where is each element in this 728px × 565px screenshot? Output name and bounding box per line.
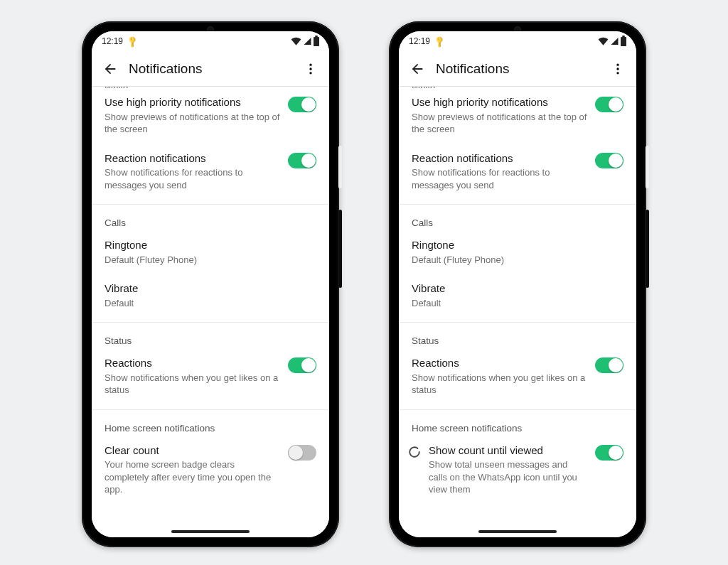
setting-title: Reactions [412,356,588,370]
setting-high-priority[interactable]: Use high priority notifications Show pre… [399,88,636,144]
settings-list[interactable]: White Use high priority notifications Sh… [399,87,636,537]
page-title: Notifications [129,61,296,77]
phone-frame: 12:19 🔑 Notifications White Use high [389,21,646,547]
setting-title: Vibrate [412,281,623,296]
setting-subtitle: Show notifications when you get likes on… [412,372,588,397]
section-header-home: Home screen notifications [399,411,636,436]
status-bar: 12:19 🔑 [399,31,636,51]
more-vert-icon [611,62,625,76]
setting-title: Ringtone [105,238,316,252]
wifi-icon [598,37,609,45]
status-bar: 12:19 🔑 [92,31,329,51]
setting-title: Reaction notifications [412,151,588,166]
setting-subtitle: Default [105,297,316,310]
setting-status-reactions[interactable]: Reactions Show notifications when you ge… [92,349,329,405]
divider [92,204,329,205]
divider [92,409,329,410]
app-bar: Notifications [399,51,636,87]
setting-vibrate[interactable]: Vibrate Default [399,274,636,318]
battery-icon [314,37,319,46]
setting-clear-count[interactable]: Clear count Your home screen badge clear… [92,436,329,505]
setting-reaction-notifications[interactable]: Reaction notifications Show notification… [399,144,636,200]
toggle-status-reactions[interactable] [595,357,623,373]
divider [399,322,636,323]
setting-subtitle: Default [412,297,623,310]
setting-ringtone[interactable]: Ringtone Default (Flutey Phone) [399,231,636,274]
vpn-key-icon: 🔑 [125,34,139,48]
vpn-key-icon: 🔑 [432,34,446,48]
setting-title: Use high priority notifications [412,95,588,109]
setting-status-reactions[interactable]: Reactions Show notifications when you ge… [399,349,636,405]
divider [92,322,329,323]
setting-ringtone[interactable]: Ringtone Default (Flutey Phone) [92,231,329,274]
toggle-show-count[interactable] [595,445,623,461]
setting-title: Show count until viewed [429,443,588,458]
battery-icon [621,37,626,46]
setting-subtitle: Show notifications for reactions to mess… [412,166,588,191]
signal-icon [303,37,312,45]
setting-show-count-until-viewed[interactable]: Show count until viewed Show total unsee… [399,436,636,505]
setting-reaction-notifications[interactable]: Reaction notifications Show notification… [92,144,329,200]
settings-list[interactable]: White Use high priority notifications Sh… [92,87,329,537]
divider [399,409,636,410]
arrow-back-icon [102,61,118,77]
setting-subtitle: Default (Flutey Phone) [105,254,316,267]
svg-point-0 [309,63,311,65]
setting-title: Use high priority notifications [105,95,281,109]
setting-subtitle: Your home screen badge clears completely… [105,458,281,496]
overflow-menu-button[interactable] [604,55,632,83]
section-header-calls: Calls [399,206,636,231]
overflow-menu-button[interactable] [296,55,325,83]
toggle-clear-count[interactable] [288,445,316,461]
setting-title: Ringtone [412,238,623,252]
status-time: 12:19 [409,36,430,46]
page-title: Notifications [436,61,604,77]
volume-button [338,210,342,288]
svg-point-4 [616,68,619,70]
section-header-home: Home screen notifications [92,411,329,436]
section-header-status: Status [399,324,636,349]
setting-title: Vibrate [105,281,316,296]
screen: 12:19 🔑 Notifications White Use high [92,31,329,537]
setting-subtitle: Show notifications for reactions to mess… [105,166,281,191]
toggle-reaction-notifications[interactable] [288,153,316,168]
svg-point-2 [309,72,311,74]
setting-title: Reaction notifications [105,151,281,166]
setting-vibrate[interactable]: Vibrate Default [92,274,329,318]
back-button[interactable] [96,55,124,83]
signal-icon [610,37,619,45]
loading-spinner-icon [407,445,422,459]
app-bar: Notifications [92,51,329,87]
svg-point-5 [616,72,619,74]
setting-subtitle: Default (Flutey Phone) [412,254,623,267]
screen: 12:19 🔑 Notifications White Use high [399,31,636,537]
volume-button [646,210,649,288]
setting-title: Clear count [105,443,281,458]
setting-title: Reactions [105,356,281,370]
svg-point-1 [309,68,311,70]
setting-subtitle: Show previews of notifications at the to… [105,111,281,136]
toggle-reaction-notifications[interactable] [595,153,623,168]
section-header-calls: Calls [92,206,329,231]
divider [399,204,636,205]
toggle-status-reactions[interactable] [288,357,316,373]
power-button [338,146,342,188]
status-time: 12:19 [102,36,123,46]
back-button[interactable] [403,55,432,83]
svg-point-3 [616,63,619,65]
section-header-status: Status [92,324,329,349]
arrow-back-icon [410,61,425,77]
power-button [646,146,649,188]
setting-subtitle: Show notifications when you get likes on… [105,372,281,397]
toggle-high-priority[interactable] [595,97,623,112]
toggle-high-priority[interactable] [288,97,316,112]
setting-subtitle: Show previews of notifications at the to… [412,111,588,136]
setting-high-priority[interactable]: Use high priority notifications Show pre… [92,88,329,144]
phone-frame: 12:19 🔑 Notifications White Use high [82,21,339,547]
wifi-icon [291,37,301,45]
more-vert-icon [304,62,318,76]
setting-subtitle: Show total unseen messages and calls on … [429,458,588,496]
